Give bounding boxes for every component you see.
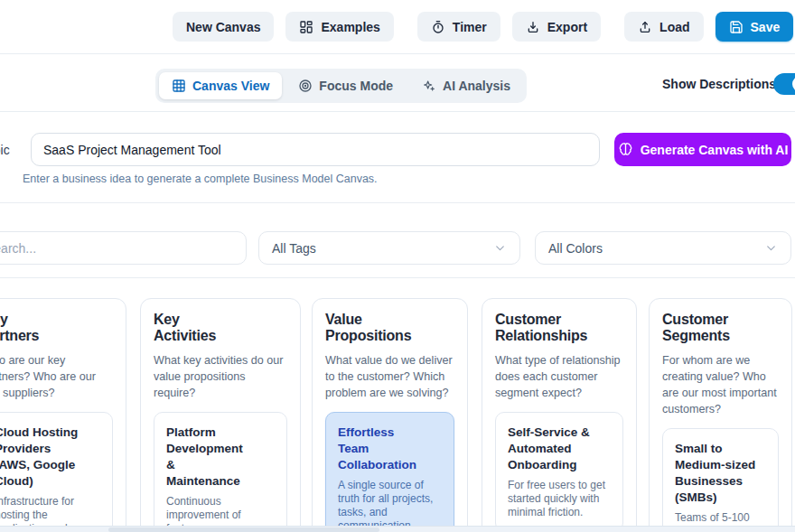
column-customer-segments: Customer Segments For whom are we creati… [649,298,792,532]
examples-button[interactable]: Examples [285,12,393,42]
export-label: Export [547,20,587,34]
canvas-card-highlighted[interactable]: Effortless Team Collaboration A single s… [325,412,454,532]
layout-grid-icon [299,20,313,34]
column-title: Customer Segments [662,312,730,344]
tab-focus-mode-label: Focus Mode [319,79,393,93]
generate-canvas-button[interactable]: Generate Canvas with AI [614,133,791,166]
column-title: Customer Relationships [495,312,587,344]
timer-label: Timer [453,20,487,34]
upload-icon [638,20,652,34]
column-description: Who are our key partners? Who are our ke… [0,352,113,401]
canvas-card[interactable]: Cloud Hosting Providers (AWS, Google Clo… [0,412,113,532]
generate-canvas-label: Generate Canvas with AI [641,143,789,157]
canvas-card[interactable]: Self-Service & Automated Onboarding For … [495,412,623,532]
search-input[interactable] [0,231,247,265]
generator-helper-text: Enter a business idea to generate a comp… [23,173,378,185]
brain-icon [618,142,633,157]
save-button[interactable]: Save [716,12,794,42]
card-description: A single source of truth for all project… [338,479,442,532]
column-title: Value Propositions [325,312,411,344]
tab-ai-analysis[interactable]: AI Analysis [409,72,523,99]
tab-canvas-view-label: Canvas View [192,79,269,93]
ai-generator-section: Topic Generate Canvas with AI Enter a bu… [0,112,795,203]
timer-icon [431,20,445,34]
topic-input[interactable] [31,133,600,166]
chevron-down-icon [764,241,778,255]
grid-icon [172,79,186,93]
column-customer-relationships: Customer Relationships What type of rela… [482,298,637,532]
card-title: Platform Development & Maintenance [166,425,243,490]
column-description: What type of relationship does each cust… [495,352,623,401]
canvas-card[interactable]: Small to Medium-sized Businesses (SMBs) … [662,428,779,532]
chevron-down-icon [493,241,507,255]
scrollbar-thumb[interactable] [108,527,379,532]
column-title: Key Partners [0,312,39,344]
column-value-propositions: Value Propositions What value do we deli… [312,298,468,532]
download-icon [526,20,540,34]
column-description: For whom are we creating value? Who are … [662,352,779,417]
show-descriptions-label: Show Descriptions [662,77,776,91]
save-label: Save [751,20,781,34]
top-toolbar: New Canvas Examples Timer Export [0,0,795,54]
sparkles-icon [422,79,436,93]
card-title: Small to Medium-sized Businesses (SMBs) [675,441,769,506]
card-description: For free users to get started quickly wi… [508,479,611,519]
tags-filter-value: All Tags [272,241,316,256]
canvas-card[interactable]: Platform Development & Maintenance Conti… [154,412,287,532]
tab-focus-mode[interactable]: Focus Mode [285,72,406,99]
timer-button[interactable]: Timer [417,12,500,42]
card-title: Cloud Hosting Providers (AWS, Google Clo… [0,425,89,490]
load-label: Load [659,20,689,34]
tab-ai-analysis-label: AI Analysis [443,79,510,93]
app-window: New Canvas Examples Timer Export [0,0,795,532]
column-key-partners: Key Partners Who are our key partners? W… [0,298,126,532]
column-key-activities: Key Activities What key activities do ou… [140,298,301,532]
target-icon [298,79,313,93]
colors-filter-select[interactable]: All Colors [535,231,791,265]
column-description: What key activities do our value proposi… [154,352,287,401]
filter-bar: All Tags All Colors [0,220,795,278]
view-tab-group: Canvas View Focus Mode AI Analysis [155,69,527,103]
horizontal-scrollbar[interactable] [0,526,795,532]
show-descriptions-toggle[interactable] [773,73,795,95]
export-button[interactable]: Export [512,12,601,42]
tags-filter-select[interactable]: All Tags [258,231,520,265]
new-canvas-label: New Canvas [186,20,260,34]
save-icon [729,20,744,34]
topic-label: Topic [0,143,10,157]
new-canvas-button[interactable]: New Canvas [173,12,274,42]
card-title: Effortless Team Collaboration [338,425,416,473]
column-description: What value do we deliver to the customer… [325,352,454,401]
column-title: Key Activities [154,312,216,344]
load-button[interactable]: Load [624,12,703,42]
colors-filter-value: All Colors [548,241,603,256]
card-title: Self-Service & Automated Onboarding [508,425,611,473]
tab-canvas-view[interactable]: Canvas View [159,72,282,99]
view-mode-bar: Canvas View Focus Mode AI Analysis Show … [0,55,795,112]
examples-label: Examples [321,20,379,34]
